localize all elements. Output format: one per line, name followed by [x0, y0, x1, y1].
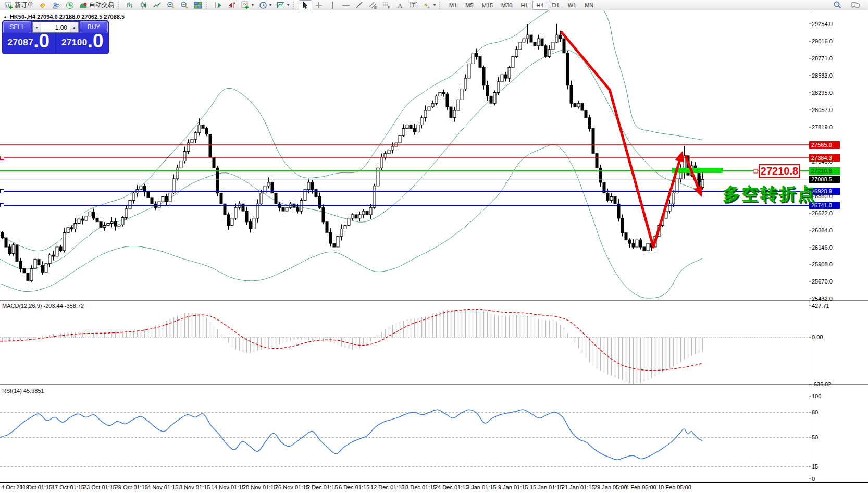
collapse-icon[interactable]: ▲: [3, 15, 7, 19]
autotrading-button-label: 自动交易: [89, 1, 114, 9]
text-button[interactable]: A: [393, 0, 407, 10]
measure-box-handle[interactable]: [754, 169, 758, 173]
volume-increase-button[interactable]: ▲: [70, 22, 78, 32]
toolbar-right-group: [830, 0, 866, 10]
line-chart-button[interactable]: [151, 0, 164, 10]
buy-price[interactable]: 27100.0: [56, 33, 109, 53]
signals-button[interactable]: [63, 0, 77, 10]
time-axis-label: 20 Nov 01:15: [243, 484, 277, 490]
price-tag-27384.3: 27384.3: [809, 154, 840, 162]
timeframe-button-w1[interactable]: W1: [564, 1, 581, 10]
crosshair-icon: [315, 1, 323, 9]
price-axis-tick: 26146.0: [812, 244, 833, 251]
bar-chart-button[interactable]: [123, 0, 137, 10]
search-button[interactable]: [830, 0, 845, 10]
toolbar-timeframe-group: M1M5M15M30H1H4D1W1MN: [445, 0, 598, 10]
highlight-zone-bar[interactable]: [672, 168, 723, 173]
price-tag-27210.8: 27210.8: [809, 167, 840, 175]
trendline-button[interactable]: [353, 0, 366, 10]
toolbar-main-group: 新订单自动交易: [2, 0, 117, 10]
text-icon: A: [396, 1, 404, 9]
horizontal-line-button[interactable]: [339, 0, 353, 10]
line-handle[interactable]: [1, 204, 4, 207]
chart-canvas[interactable]: [0, 10, 868, 493]
timeframe-button-m5[interactable]: M5: [461, 1, 477, 10]
equidistant-channel-button[interactable]: E: [366, 0, 380, 10]
profile-icon: [52, 1, 60, 9]
fibonacci-button[interactable]: F: [380, 0, 393, 10]
autotrading-button[interactable]: 自动交易: [77, 0, 117, 10]
toolbar-grip: [439, 2, 443, 9]
price-tag-27088.5: 27088.5: [809, 176, 840, 183]
annotation-layer[interactable]: [562, 32, 758, 247]
time-axis-label: 21 Jan 01:15: [562, 484, 595, 490]
macd-axis-tick: 427.71: [812, 303, 829, 310]
timeframe-button-d1[interactable]: D1: [548, 1, 564, 10]
vertical-line-button[interactable]: [326, 0, 339, 10]
timeframe-button-m30[interactable]: M30: [497, 1, 516, 10]
price-axis-tick: 25432.0: [812, 295, 833, 302]
templates-button[interactable]: ▾: [274, 0, 292, 10]
chat-icon: [850, 1, 860, 9]
timeframe-button-mn[interactable]: MN: [580, 1, 598, 10]
sell-price[interactable]: 27087.0: [2, 33, 55, 53]
price-annotation-box[interactable]: 27210.8: [759, 164, 800, 178]
timeframe-button-m1[interactable]: M1: [445, 1, 461, 10]
top-toolbar: 新订单自动交易 ▾▾▾ EFAT▾ M1M5M15M30H1H4D1W1MN: [0, 0, 868, 10]
price-axis-tick: 29016.0: [812, 38, 833, 45]
time-axis-label: 4 Feb 05:00: [626, 484, 656, 490]
crosshair-button[interactable]: [312, 0, 326, 10]
new-order-button[interactable]: 新订单: [2, 0, 36, 10]
zoom-in-button[interactable]: [164, 0, 178, 10]
rsi-indicator-label: RSI(14) 45.9851: [2, 388, 44, 394]
timeframe-button-h1[interactable]: H1: [516, 1, 532, 10]
main-pane: [0, 10, 809, 298]
chat-button[interactable]: [848, 0, 863, 10]
metaeditor-button[interactable]: [36, 0, 49, 10]
tile-windows-button[interactable]: [191, 0, 205, 10]
text-label-button[interactable]: T: [407, 0, 420, 10]
auto-scroll-icon: [214, 1, 222, 9]
timeframe-button-h4[interactable]: H4: [532, 1, 548, 10]
time-axis-label: 6 Dec 01:15: [339, 484, 369, 490]
macd-axis-tick: 0.00: [812, 334, 823, 341]
timeframe-button-m15[interactable]: M15: [478, 1, 497, 10]
svg-text:A: A: [398, 2, 403, 9]
periods-button[interactable]: ▾: [256, 0, 274, 10]
candlestick-chart-button[interactable]: [137, 0, 151, 10]
auto-scroll-button[interactable]: [212, 0, 225, 10]
chevron-down-icon[interactable]: ▾: [269, 3, 271, 7]
chart-shift-button[interactable]: [225, 0, 239, 10]
chevron-down-icon[interactable]: ▾: [287, 3, 289, 7]
cursor-button[interactable]: [299, 0, 312, 10]
rsi-axis-tick: 15: [812, 463, 818, 470]
price-axis-tick: 26384.0: [812, 227, 833, 234]
indicators-button[interactable]: ▾: [239, 0, 256, 10]
svg-text:E: E: [374, 6, 377, 9]
horizontal-line-icon: [342, 1, 350, 9]
chart-area: ▲ HK50-,H4 27094.0 27188.0 27062.5 27088…: [0, 10, 868, 493]
time-axis-label: 29 Jan 05:00: [594, 484, 627, 490]
zoom-out-button[interactable]: [178, 0, 191, 10]
toolbar-grip: [206, 2, 209, 9]
autotrade-icon: [79, 1, 88, 9]
sell-price-int: 27087: [7, 38, 33, 48]
market-watch-button[interactable]: [49, 0, 63, 10]
one-click-trade-panel: SELL ▼ 1.00 ▲ BUY 27087.0 27100.0: [2, 20, 109, 54]
line-handle[interactable]: [1, 156, 4, 160]
time-axis-label: 3 Jan 01:15: [466, 484, 497, 490]
turning-point-note[interactable]: 多空转折点: [723, 182, 816, 206]
chevron-down-icon[interactable]: ▾: [252, 3, 254, 7]
arrows-button[interactable]: ▾: [420, 0, 438, 10]
sell-button[interactable]: SELL: [3, 21, 31, 33]
rebound-arrow[interactable]: [653, 161, 679, 247]
time-axis-label: 8 Nov 01:15: [179, 484, 210, 490]
chevron-down-icon[interactable]: ▾: [433, 3, 436, 7]
time-axis-label: 12 Dec 01:15: [370, 484, 404, 490]
toolbar-shift-group: [212, 0, 239, 10]
level-lines-layer[interactable]: [0, 145, 809, 207]
line-handle[interactable]: [1, 190, 4, 193]
rsi-axis-tick: 100: [812, 393, 821, 400]
crash-trendline[interactable]: [562, 32, 653, 247]
time-axis-label: 9 Jan 01:15: [498, 484, 528, 490]
